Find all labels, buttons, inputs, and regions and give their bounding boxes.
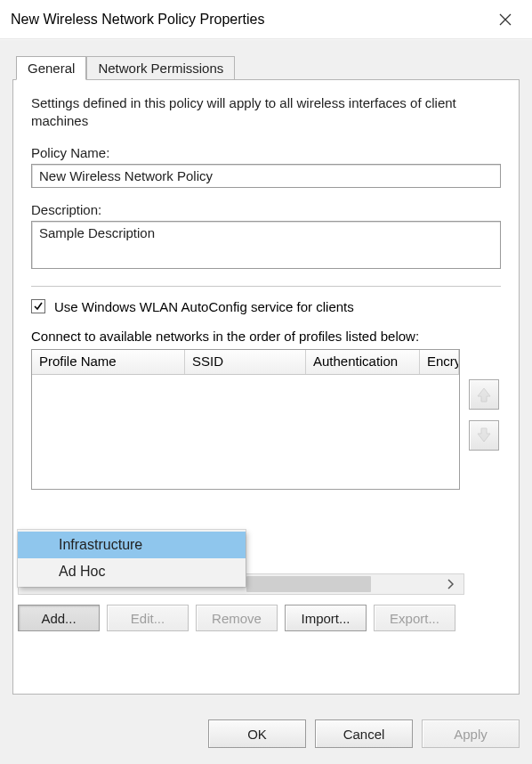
title-bar: New Wireless Network Policy Properties: [0, 0, 532, 39]
menu-item-infrastructure[interactable]: Infrastructure: [18, 532, 246, 558]
autoconfig-label: Use Windows WLAN AutoConfig service for …: [54, 299, 354, 314]
autoconfig-checkbox[interactable]: [31, 299, 45, 313]
remove-button: Remove: [196, 605, 278, 631]
cancel-button[interactable]: Cancel: [315, 719, 413, 748]
close-button[interactable]: [486, 4, 525, 36]
move-down-button[interactable]: [469, 420, 499, 451]
column-profile-name[interactable]: Profile Name: [32, 350, 185, 374]
arrow-down-icon: [475, 427, 493, 444]
policy-name-label: Policy Name:: [31, 145, 501, 160]
ok-button[interactable]: OK: [208, 719, 306, 748]
tab-general[interactable]: General: [16, 56, 86, 80]
checkmark-icon: [33, 301, 44, 312]
column-ssid[interactable]: SSID: [185, 350, 306, 374]
tab-panel-general: Settings defined in this policy will app…: [12, 79, 520, 695]
scroll-right-arrow[interactable]: [440, 576, 460, 592]
profiles-listview[interactable]: Profile Name SSID Authentication Encrypt…: [31, 349, 460, 490]
chevron-right-icon: [447, 579, 454, 589]
profiles-section: Profile Name SSID Authentication Encrypt…: [31, 349, 501, 490]
policy-name-input[interactable]: [31, 164, 501, 188]
edit-button: Edit...: [107, 605, 189, 631]
import-button[interactable]: Import...: [285, 605, 367, 631]
close-icon: [499, 13, 512, 26]
scrollbar-thumb[interactable]: [246, 576, 371, 592]
profile-actions: Add... Edit... Remove Import... Export..…: [18, 605, 455, 631]
window-title: New Wireless Network Policy Properties: [11, 12, 486, 28]
column-authentication[interactable]: Authentication: [306, 350, 420, 374]
autoconfig-row: Use Windows WLAN AutoConfig service for …: [31, 299, 501, 314]
column-encryption[interactable]: Encryption: [420, 350, 459, 374]
export-button: Export...: [374, 605, 455, 631]
arrow-up-icon: [475, 386, 493, 403]
dialog-buttons: OK Cancel Apply: [208, 719, 520, 748]
tab-strip: General Network Permissions: [16, 54, 235, 79]
move-up-button[interactable]: [469, 379, 499, 410]
columns-header: Profile Name SSID Authentication Encrypt…: [32, 350, 459, 375]
menu-item-adhoc[interactable]: Ad Hoc: [18, 558, 246, 585]
intro-text: Settings defined in this policy will app…: [31, 94, 501, 131]
add-button[interactable]: Add...: [18, 605, 100, 631]
description-label: Description:: [31, 202, 501, 217]
profiles-list-body[interactable]: [32, 375, 459, 490]
description-input[interactable]: [31, 221, 501, 269]
add-popup-menu: Infrastructure Ad Hoc: [18, 530, 246, 587]
tab-network-permissions[interactable]: Network Permissions: [86, 56, 235, 79]
separator: [31, 286, 501, 287]
dialog-client-area: General Network Permissions Settings def…: [0, 39, 532, 764]
reorder-controls: [469, 349, 501, 490]
apply-button: Apply: [422, 719, 520, 748]
connect-order-label: Connect to available networks in the ord…: [31, 329, 501, 344]
